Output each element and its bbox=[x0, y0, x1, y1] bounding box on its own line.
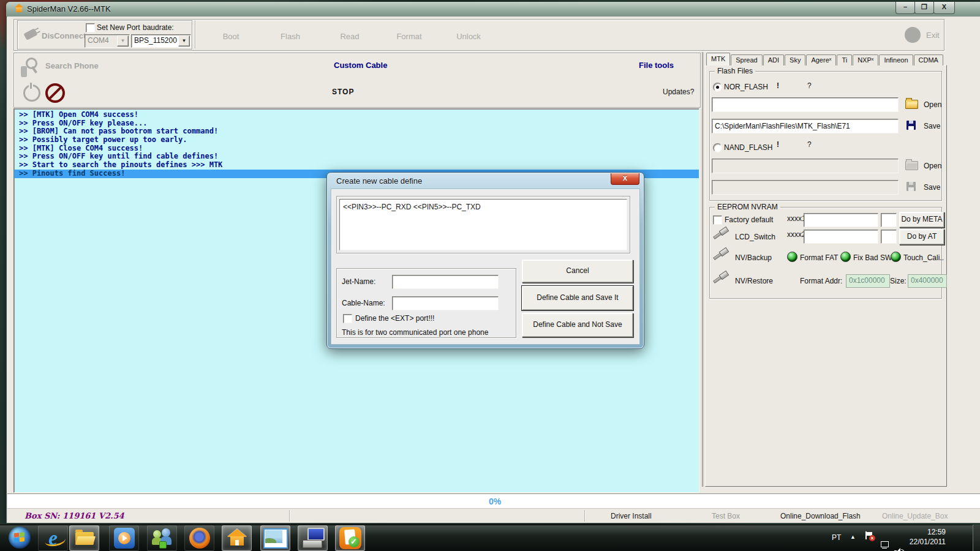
touch-cali-label[interactable]: Touch_Cali.. bbox=[903, 253, 944, 262]
updates-link[interactable]: Updates? bbox=[663, 88, 694, 96]
define-cable-not-save-button[interactable]: Define Cable and Not Save bbox=[522, 313, 633, 337]
nv-backup-label[interactable]: NV/Backup bbox=[735, 253, 772, 262]
xxxx2-extra-box[interactable] bbox=[881, 230, 897, 244]
lcd-switch-hammer-icon[interactable] bbox=[713, 228, 729, 242]
touch-cali-led-icon[interactable] bbox=[891, 252, 901, 262]
log-line[interactable]: >> Start to search the pinouts defines >… bbox=[14, 161, 699, 170]
tab[interactable]: CDMA bbox=[914, 54, 943, 66]
com-port-select[interactable]: COM4▼ bbox=[85, 34, 130, 48]
log-line[interactable]: >> [MTK] Open COM4 success! bbox=[14, 111, 699, 119]
title-bar[interactable] bbox=[6, 2, 980, 17]
cancel-button[interactable]: Cancel bbox=[522, 260, 633, 283]
taskbar-spiderman-app[interactable] bbox=[222, 525, 252, 551]
nv-restore-label[interactable]: NV/Restore bbox=[735, 277, 773, 285]
toolbar-action-button[interactable]: Boot bbox=[203, 32, 258, 41]
taskbar-photo-viewer[interactable] bbox=[260, 525, 290, 551]
tray-expand-icon[interactable]: ▲ bbox=[850, 534, 856, 540]
tab[interactable]: Sky bbox=[785, 54, 805, 66]
nv-restore-hammer-icon[interactable] bbox=[713, 272, 729, 287]
disconnect-button[interactable]: DisConnect bbox=[42, 31, 86, 40]
fix-bad-sw-led-icon[interactable] bbox=[840, 252, 851, 262]
fix-bad-sw-label[interactable]: Fix Bad SW bbox=[853, 253, 892, 262]
taskbar-internet-explorer[interactable]: e bbox=[38, 525, 68, 551]
volume-icon[interactable] bbox=[894, 548, 904, 551]
xxxx1-input[interactable] bbox=[804, 213, 878, 227]
start-button[interactable] bbox=[5, 525, 34, 550]
stop-button[interactable]: STOP bbox=[332, 88, 354, 96]
taskbar-messenger[interactable] bbox=[147, 525, 177, 551]
taskbar-media-player[interactable] bbox=[109, 525, 139, 551]
nor-save-path-input[interactable] bbox=[712, 119, 899, 133]
nand-bang[interactable]: ! bbox=[777, 140, 779, 149]
nand-flash-radio[interactable] bbox=[713, 143, 722, 152]
lcd-switch-label[interactable]: LCD_Switch bbox=[735, 233, 775, 241]
file-tools-button[interactable]: File tools bbox=[639, 61, 674, 70]
nor-open-button[interactable]: Open bbox=[924, 100, 941, 109]
tray-clock[interactable]: 12:59 bbox=[911, 528, 946, 536]
network-icon[interactable] bbox=[880, 541, 889, 549]
log-line[interactable]: >> Possibly target power up too early. bbox=[14, 136, 699, 144]
online-update-box-link[interactable]: Online_Update_Box bbox=[882, 512, 948, 520]
stop-icon[interactable] bbox=[45, 83, 65, 103]
toolbar-action-button[interactable]: Unlock bbox=[441, 32, 496, 41]
log-line[interactable]: >> Press ON/OFF key please... bbox=[14, 119, 699, 128]
nor-flash-radio[interactable] bbox=[713, 83, 722, 92]
nor-save-button[interactable]: Save bbox=[924, 122, 940, 130]
minimize-button[interactable]: – bbox=[895, 2, 915, 14]
box-sn-label: Box SN: 119161 V2.54 bbox=[24, 511, 124, 520]
tray-language[interactable]: PT bbox=[832, 533, 841, 542]
search-phone-icon[interactable] bbox=[21, 58, 39, 78]
jet-name-input[interactable] bbox=[392, 275, 499, 289]
taskbar-device-manager[interactable] bbox=[298, 525, 328, 551]
toolbar-action-button[interactable]: Flash bbox=[263, 32, 318, 41]
nor-question[interactable]: ? bbox=[807, 81, 812, 90]
custom-cable-button[interactable]: Custom Cable bbox=[334, 61, 387, 70]
open-folder-icon[interactable] bbox=[905, 100, 918, 109]
ext-port-checkbox[interactable] bbox=[343, 314, 352, 323]
log-line[interactable]: >> [MTK] Close COM4 success! bbox=[14, 144, 699, 153]
cable-name-input[interactable] bbox=[392, 296, 499, 310]
tab[interactable]: Spread bbox=[731, 54, 762, 66]
nand-question[interactable]: ? bbox=[807, 140, 812, 149]
driver-install-link[interactable]: Driver Install bbox=[611, 512, 652, 520]
factory-default-checkbox[interactable] bbox=[713, 216, 722, 225]
baudrate-select[interactable]: BPS_115200▼ bbox=[131, 34, 191, 48]
tab[interactable]: Infineon bbox=[879, 54, 913, 66]
do-by-meta-button[interactable]: Do by META bbox=[899, 212, 944, 228]
do-by-at-button[interactable]: Do by AT bbox=[899, 229, 944, 245]
define-cable-save-button[interactable]: Define Cable and Save It bbox=[522, 286, 633, 310]
maximize-button[interactable]: ❐ bbox=[914, 2, 934, 14]
tab[interactable]: Ti bbox=[837, 54, 852, 66]
log-line[interactable]: >> [BROM] Can not pass bootrom start com… bbox=[14, 127, 699, 136]
taskbar-firefox[interactable] bbox=[184, 525, 214, 551]
search-phone-button[interactable]: Search Phone bbox=[45, 61, 99, 70]
tab[interactable]: Agereˣ bbox=[806, 54, 836, 66]
taskbar-checker-app[interactable]: ✓ bbox=[335, 525, 365, 551]
format-fat-led-icon[interactable] bbox=[787, 252, 797, 262]
tab[interactable]: NXPˣ bbox=[853, 54, 878, 66]
exit-button[interactable]: Exit bbox=[926, 31, 940, 40]
taskbar-file-explorer[interactable] bbox=[69, 525, 99, 551]
format-fat-label[interactable]: Format FAT bbox=[800, 253, 838, 262]
close-button[interactable]: X bbox=[933, 2, 955, 14]
tab[interactable]: MTK bbox=[706, 53, 730, 66]
toolbar-action-button[interactable]: Read bbox=[322, 32, 377, 41]
toolbar-action-button[interactable]: Format bbox=[382, 32, 437, 41]
exit-icon[interactable] bbox=[905, 27, 921, 43]
log-line[interactable]: >> Press ON/OFF key until find cable def… bbox=[14, 152, 699, 161]
nv-backup-hammer-icon[interactable] bbox=[713, 249, 729, 263]
tray-date[interactable]: 22/01/2011 bbox=[902, 538, 946, 546]
nor-open-path-input[interactable] bbox=[712, 97, 899, 112]
save-floppy-icon[interactable] bbox=[907, 121, 916, 130]
action-center-flag-icon[interactable]: x bbox=[865, 531, 873, 540]
show-desktop-button[interactable] bbox=[973, 525, 980, 551]
dialog-close-button[interactable]: X bbox=[611, 173, 639, 185]
tab[interactable]: ADI bbox=[763, 54, 784, 66]
nor-bang[interactable]: ! bbox=[777, 81, 779, 90]
test-box-link[interactable]: Test Box bbox=[712, 512, 740, 520]
xxxx2-input[interactable] bbox=[804, 230, 878, 244]
power-icon[interactable] bbox=[23, 84, 40, 102]
set-new-port-checkbox[interactable] bbox=[86, 23, 95, 32]
xxxx1-extra-box[interactable] bbox=[881, 213, 897, 227]
online-download-flash-link[interactable]: Online_Download_Flash bbox=[780, 512, 861, 520]
